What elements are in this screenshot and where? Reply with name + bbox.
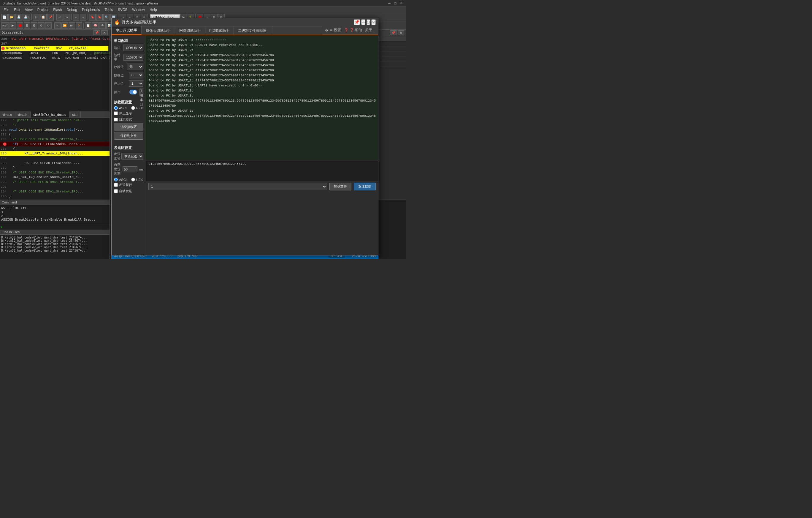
menu-window[interactable]: Window <box>130 6 147 13</box>
watch-pin[interactable]: 📌 <box>390 30 397 35</box>
send-number-select[interactable]: 1 <box>148 183 327 190</box>
tb-paste[interactable]: 📌 <box>47 14 54 21</box>
send-ascii-label[interactable]: ASCII <box>114 178 127 182</box>
log-mode-label[interactable]: 日志模式 <box>114 117 132 122</box>
tab-dma-c[interactable]: dma.c <box>0 111 15 118</box>
load-file-button[interactable]: 加载文件 <box>329 183 351 190</box>
tb-bp-all[interactable]: {} <box>45 22 52 29</box>
close-port-button[interactable]: 关闭串口 <box>140 88 143 96</box>
tb-run2[interactable]: ▶ <box>9 22 16 29</box>
receive-log-area[interactable]: Board to PC by USART_3: ••••••••••••••••… <box>146 35 378 160</box>
serial-tab-network[interactable]: 网络调试助手 <box>175 26 205 35</box>
receive-ascii-label[interactable]: ASCII <box>114 106 127 110</box>
serial-about-button[interactable]: 关于... <box>365 28 375 33</box>
input-text[interactable]: 0123456789012345678901234567890123456789… <box>148 162 376 177</box>
receive-ascii-radio[interactable] <box>114 106 118 110</box>
command-output[interactable]: WS 1, `RC Ctl < > ASSIGN BreakDisable Br… <box>0 205 110 224</box>
log-mode-checkbox[interactable] <box>114 118 118 121</box>
menu-help[interactable]: Help <box>147 6 160 13</box>
code-editor[interactable]: 279 * @brief This function handles DMA..… <box>0 118 110 199</box>
menu-view[interactable]: View <box>23 6 35 13</box>
serial-tab-binary[interactable]: 二进制文件编辑器 <box>234 26 271 35</box>
tb-step-over[interactable]: ⏩ <box>61 22 68 29</box>
close-button[interactable]: ✕ <box>399 1 404 6</box>
tb-memory[interactable]: 🧠 <box>92 22 98 29</box>
menu-flash[interactable]: Flash <box>51 6 64 13</box>
parity-select[interactable]: 无 Even Odd <box>127 63 143 70</box>
port-toggle[interactable] <box>129 90 137 94</box>
tb-watch[interactable]: 👁 <box>99 22 106 29</box>
menu-file[interactable]: File <box>1 6 11 13</box>
stop-display-label[interactable]: 停止显示 <box>114 111 132 115</box>
tab-st-extra[interactable]: st... <box>69 111 81 118</box>
auto-send-label[interactable]: 自动发送 <box>114 189 132 193</box>
send-hex-label[interactable]: HEX <box>131 178 143 182</box>
disassembly-content[interactable]: 286: HAL_UART_Transmit_DMA(&huart3, (uin… <box>0 36 110 111</box>
tb-save-all[interactable]: 💾+ <box>23 14 30 21</box>
maximize-button[interactable]: □ <box>393 1 398 6</box>
stop-display-checkbox[interactable] <box>114 111 118 115</box>
tb-run-to-cursor[interactable]: 🏃 <box>76 22 82 29</box>
send-hex-radio[interactable] <box>131 178 135 182</box>
serial-pin-button[interactable]: 📌 <box>354 19 360 25</box>
send-data-button[interactable]: 发送数据 <box>354 183 376 190</box>
command-input[interactable] <box>4 225 101 229</box>
send-newline-checkbox[interactable] <box>114 183 118 187</box>
disassembly-pin[interactable]: 📌 <box>93 30 100 35</box>
tb-bookmark[interactable]: 🔖 <box>89 14 95 21</box>
tb-nav-back[interactable]: ← <box>73 14 79 21</box>
menu-debug[interactable]: Debug <box>64 6 80 13</box>
baud-select[interactable]: 115200 9600 230400 <box>123 54 143 61</box>
auto-send-checkbox[interactable] <box>114 189 118 193</box>
tb-step-into[interactable]: →| <box>54 22 61 29</box>
stop-bits-select[interactable]: 1 2 <box>129 80 143 87</box>
send-newline-label[interactable]: 发送新行 <box>114 183 132 187</box>
tb-copy[interactable]: 📋 <box>40 14 47 21</box>
tb-bp-clear[interactable]: {} <box>38 22 45 29</box>
tb-open[interactable]: 📂 <box>8 14 15 21</box>
tb-bp-disable[interactable]: {} <box>31 22 37 29</box>
serial-close-button[interactable]: ✕ <box>371 19 376 25</box>
tb-bp-enable[interactable]: {} <box>24 22 30 29</box>
serial-tab-uart[interactable]: 串口调试助手 <box>112 26 142 35</box>
send-input-area[interactable]: 0123456789012345678901234567890123456789… <box>146 160 378 181</box>
data-bits-select[interactable]: 8 7 <box>129 72 143 78</box>
port-select[interactable]: COM19 COM1 COM2 <box>123 45 143 51</box>
menu-tools[interactable]: Tools <box>103 6 115 13</box>
tb-new[interactable]: 📄 <box>1 14 8 21</box>
disassembly-close[interactable]: ✕ <box>101 30 108 35</box>
serial-tab-pid[interactable]: PID调试助手 <box>205 26 234 35</box>
menu-peripherals[interactable]: Peripherals <box>80 6 103 13</box>
tab-dma-h[interactable]: dma.h <box>15 111 31 118</box>
tb-stop2[interactable]: ⬤ <box>17 22 23 29</box>
tb-save[interactable]: 💾 <box>16 14 22 21</box>
tb-undo[interactable]: ↩ <box>56 14 63 21</box>
tb-bookmark2[interactable]: 🔖 <box>96 14 103 21</box>
send-option-select[interactable]: 单项发送 多项发送 <box>121 153 143 160</box>
serial-maximize-button[interactable]: □ <box>367 19 370 25</box>
menu-svcs[interactable]: SVCS <box>115 6 130 13</box>
menu-project[interactable]: Project <box>35 6 51 13</box>
tb-cut[interactable]: ✂ <box>33 14 39 21</box>
serial-minimize-button[interactable]: ─ <box>361 19 365 25</box>
clear-receive-button[interactable]: 清空接收区 <box>114 123 143 131</box>
serial-tab-camera[interactable]: 摄像头调试助手 <box>142 26 175 35</box>
auto-period-input[interactable] <box>122 166 137 172</box>
save-file-button[interactable]: 保存到文件 <box>114 132 143 140</box>
tb-redo[interactable]: ↪ <box>63 14 70 21</box>
find-results[interactable]: D:\stm32_hal_code\6\wrb uart_dma test 23… <box>0 235 110 259</box>
serial-help-button[interactable]: ❓ ❓ 帮助 <box>344 28 362 33</box>
receive-hex-radio[interactable] <box>131 106 135 110</box>
tab-stm32h7[interactable]: stm32h7xx_hal_dma.c <box>31 111 69 118</box>
menu-edit[interactable]: Edit <box>11 6 23 13</box>
tb-disasm[interactable]: 📋 <box>85 22 91 29</box>
serial-settings-button[interactable]: ⚙ ⚙ 设置 <box>325 28 341 33</box>
tb-rst[interactable]: RST <box>1 22 9 29</box>
tb-nav-fwd[interactable]: → <box>80 14 86 21</box>
receive-hex-label[interactable]: HEX <box>131 106 143 110</box>
tb-step-out[interactable]: ⏭ <box>68 22 75 29</box>
minimize-button[interactable]: ─ <box>387 1 392 6</box>
watch-close[interactable]: ✕ <box>398 30 404 35</box>
tb-find[interactable]: 🔍 <box>103 14 110 21</box>
send-ascii-radio[interactable] <box>114 178 118 182</box>
